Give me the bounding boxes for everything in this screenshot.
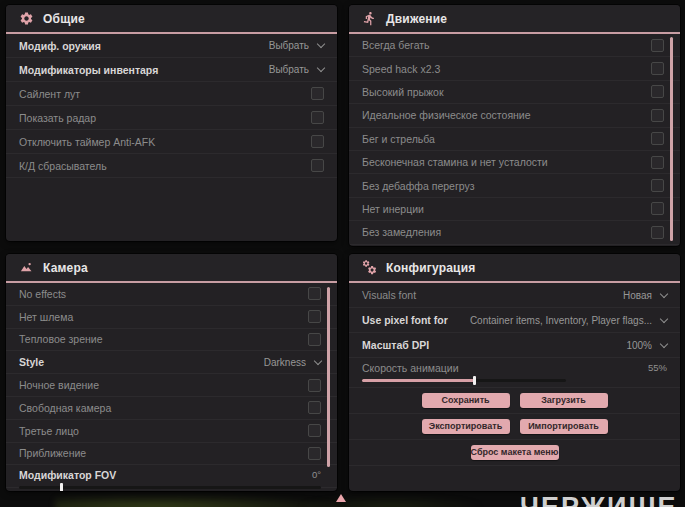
gears-icon: [362, 260, 377, 275]
dropdown[interactable]: Darkness: [264, 357, 321, 368]
checkbox[interactable]: [308, 333, 321, 346]
checkbox[interactable]: [311, 159, 324, 172]
checkbox[interactable]: [651, 62, 664, 75]
checkbox[interactable]: [308, 287, 321, 300]
checkbox[interactable]: [651, 109, 664, 122]
setting-row-checkbox: Тепловое зрение: [6, 329, 337, 352]
panel-title: Камера: [43, 261, 88, 275]
setting-row-checkbox: Бесконечная стамина и нет усталости: [349, 151, 680, 174]
setting-label: Приближение: [19, 447, 86, 459]
checkbox[interactable]: [311, 135, 324, 148]
dropdown[interactable]: 100%: [626, 340, 667, 351]
panel-config-body: Visuals fontНоваяUse pixel font forConta…: [349, 283, 680, 466]
dropdown-value: Выбрать: [269, 64, 309, 75]
setting-label: Модификатор FOV: [19, 469, 116, 481]
checkbox[interactable]: [308, 424, 321, 437]
action-button[interactable]: Сброс макета меню: [471, 445, 559, 460]
checkbox[interactable]: [308, 401, 321, 414]
setting-row-buttons: Сброс макета меню: [349, 440, 680, 466]
slider-value: 0°: [312, 469, 321, 481]
action-button[interactable]: Сохранить: [422, 393, 510, 408]
dropdown[interactable]: Новая: [623, 290, 667, 301]
setting-label: Скорость анимации: [362, 362, 459, 374]
chevron-down-icon: [660, 314, 668, 322]
setting-row-dropdown: StyleDarkness: [6, 351, 337, 374]
setting-label: Модиф. оружия: [19, 40, 101, 52]
setting-row-checkbox: Нет инерции: [349, 198, 680, 221]
setting-label: Без дебаффа перегруз: [362, 180, 475, 192]
dropdown-value: Новая: [623, 290, 652, 301]
panel-general-body: Модиф. оружияВыбратьМодификаторы инвента…: [6, 34, 337, 178]
setting-label: Третье лицо: [19, 425, 79, 437]
setting-label: Ночное видение: [19, 379, 99, 391]
slider[interactable]: [19, 486, 321, 489]
setting-label: No effects: [19, 288, 66, 300]
setting-label: Показать радар: [19, 112, 96, 124]
setting-row-checkbox: Всегда бегать: [349, 34, 680, 57]
panel-camera-body: No effectsНет шлемаТепловое зрениеStyleD…: [6, 283, 337, 488]
slider-knob[interactable]: [473, 376, 476, 385]
setting-label: Сайлент лут: [19, 88, 80, 100]
checkbox[interactable]: [651, 132, 664, 145]
setting-label: К/Д сбрасыватель: [19, 160, 107, 172]
setting-label: Свободная камера: [19, 402, 111, 414]
panel-movement: Движение Всегда бегатьSpeed hack x2.3Выс…: [349, 5, 680, 246]
setting-label: Идеальное физическое состояние: [362, 109, 531, 121]
setting-row-dropdown: Visuals fontНовая: [349, 283, 680, 308]
action-button[interactable]: Импортировать: [520, 419, 608, 434]
dropdown-value: 100%: [626, 340, 652, 351]
setting-label: Speed hack x2.3: [362, 63, 440, 75]
checkbox[interactable]: [651, 156, 664, 169]
watermark-text: ЧЕРЖИШЕ: [520, 492, 678, 507]
checkbox[interactable]: [651, 39, 664, 52]
setting-row-dropdown: Масштаб DPI100%: [349, 333, 680, 358]
setting-row-checkbox: Высокий прыжок: [349, 81, 680, 104]
dropdown[interactable]: Выбрать: [269, 40, 324, 51]
checkbox[interactable]: [311, 87, 324, 100]
checkbox[interactable]: [651, 202, 664, 215]
slider[interactable]: [362, 379, 566, 382]
chevron-down-icon: [317, 40, 325, 48]
slider-knob[interactable]: [60, 483, 63, 491]
dropdown[interactable]: Выбрать: [269, 64, 324, 75]
setting-row-checkbox: К/Д сбрасыватель: [6, 154, 337, 178]
checkbox[interactable]: [311, 111, 324, 124]
setting-row-dropdown: Модиф. оружияВыбрать: [6, 34, 337, 58]
game-background-grass: [300, 497, 480, 507]
scrollbar[interactable]: [670, 37, 673, 241]
setting-label: Всегда бегать: [362, 39, 430, 51]
mouse-cursor: [336, 494, 346, 502]
scrollbar[interactable]: [327, 287, 330, 467]
checkbox[interactable]: [651, 226, 664, 239]
panel-movement-body: Всегда бегатьSpeed hack x2.3Высокий прыж…: [349, 34, 680, 245]
setting-row-checkbox: Без замедления: [349, 221, 680, 244]
setting-row-checkbox: Бег и стрельба: [349, 128, 680, 151]
panel-camera-header: Камера: [6, 254, 337, 283]
image-icon: [19, 260, 34, 275]
chevron-down-icon: [317, 64, 325, 72]
panel-config: Конфигурация Visuals fontНоваяUse pixel …: [349, 254, 680, 491]
setting-row-buttons: СохранитьЗагрузить: [349, 388, 680, 414]
setting-label: Visuals font: [362, 289, 416, 301]
setting-label: Модификаторы инвентаря: [19, 64, 158, 76]
slider-value: 55%: [648, 362, 667, 374]
setting-row-checkbox: Приближение: [6, 443, 337, 466]
checkbox[interactable]: [308, 379, 321, 392]
setting-label: Масштаб DPI: [362, 339, 429, 351]
action-button[interactable]: Загрузить: [520, 393, 608, 408]
setting-row-slider: Скорость анимации55%: [349, 358, 680, 388]
checkbox[interactable]: [308, 447, 321, 460]
setting-label: Use pixel font for: [362, 314, 448, 326]
setting-row-checkbox: Speed hack x2.3: [349, 57, 680, 80]
checkbox[interactable]: [651, 85, 664, 98]
gear-icon: [19, 11, 34, 26]
panel-title: Конфигурация: [386, 261, 475, 275]
action-button[interactable]: Экспортировать: [422, 419, 510, 434]
setting-label: Нет инерции: [362, 203, 424, 215]
setting-label: Нет шлема: [19, 311, 73, 323]
dropdown[interactable]: Container items, Inventory, Player flags…: [470, 315, 667, 326]
checkbox[interactable]: [651, 179, 664, 192]
setting-row-checkbox: Свободная камера: [6, 397, 337, 420]
checkbox[interactable]: [308, 310, 321, 323]
setting-row-checkbox: Третье лицо: [6, 420, 337, 443]
